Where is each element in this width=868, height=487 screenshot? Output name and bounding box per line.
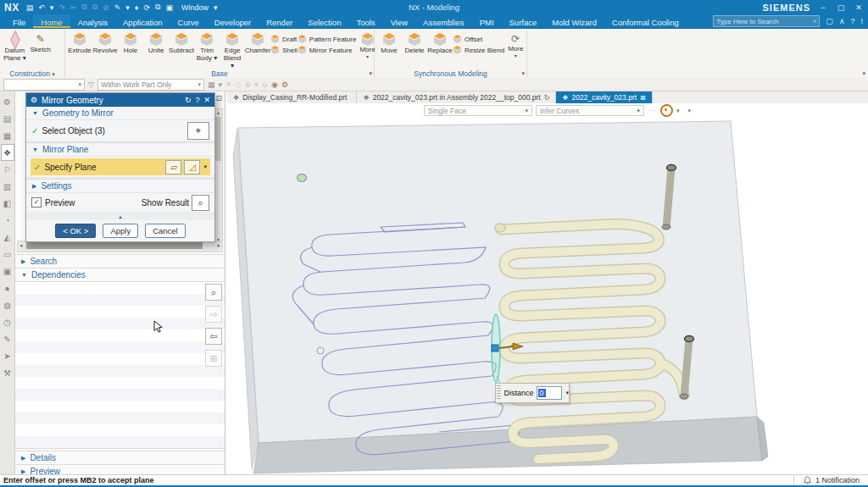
distance-caret-icon[interactable]: ▾ [565,390,569,396]
navigator-section-dependencies[interactable]: ▼ Dependencies [15,268,225,281]
apply-button[interactable]: Apply [103,224,138,238]
ribbon-feature-button[interactable]: Edge Blend ▾ [220,31,245,71]
plane-dialog-icon[interactable]: ▱ [165,160,181,174]
scroll-left-icon[interactable]: ◂ [19,242,23,249]
graphics-viewport[interactable]: Single Face ▾ Infer Curves ▾ ··· ▾ ▾ Dis… [227,103,868,476]
resource-bar-icon[interactable]: ▦ [1,127,14,144]
dependencies-tool-button[interactable]: ⌕ [205,284,222,301]
minimize-ribbon-icon[interactable]: ∧ [839,17,845,25]
ribbon-small-button[interactable]: Mirror Feature [298,46,357,54]
sync-more-button[interactable]: ⟳ More ▾ [504,31,526,60]
scroll-right-icon[interactable]: ▸ [217,242,220,249]
help-icon[interactable]: ? [850,17,854,25]
plane-drag-handle[interactable] [492,345,498,351]
ribbon-overflow-caret-icon[interactable]: ▾ [862,70,865,77]
curve-rule-combo[interactable]: Infer Curves ▾ [536,105,644,116]
ribbon-tab[interactable]: Home [33,14,70,28]
document-tab[interactable]: ❖ 2022_cavity_023.prt ⊠ [556,91,652,103]
resource-bar-icon[interactable]: ◭ [1,229,14,246]
ribbon-feature-button[interactable]: Chamfer [245,31,270,57]
face-rule-combo[interactable]: Single Face ▾ [424,105,532,116]
select-object-button[interactable]: ⌖ [187,122,209,140]
window-menu[interactable]: Window [181,3,209,12]
resource-bar-icon[interactable]: ▤ [1,110,14,127]
ribbon-tab[interactable]: Analysis [70,14,115,28]
command-search-input[interactable]: Type Here to Search ⌕ [713,15,820,27]
section-geometry-to-mirror[interactable]: ▼ Geometry to Mirror [26,107,214,120]
selection-tool-icon[interactable]: ⊕ [244,80,251,89]
target-caret-icon[interactable]: ▾ [676,108,680,114]
group-caret-icon[interactable]: ▾ [52,71,55,77]
toolbar-caret-icon[interactable]: ▾ [688,108,692,114]
qat-icon[interactable]: ✎ [114,3,121,12]
document-tab[interactable]: ❖ Display_Casing_RR-Modified.prt [227,91,357,103]
resource-bar-icon[interactable]: ✎ [1,330,14,347]
resource-bar-icon[interactable]: ⚒ [1,364,14,381]
qat-icon[interactable]: ♦ [135,3,139,12]
panel-pin-icon[interactable]: ⊡ [215,94,222,102]
selection-tool-icon[interactable]: ◉ [271,80,278,89]
dialog-title-bar[interactable]: ⚙ Mirror Geometry ↻ ? ✕ [26,93,214,107]
resource-bar-icon[interactable]: ▭ [1,246,14,263]
qat-icon[interactable]: ▣ [165,3,173,12]
resource-bar-icon[interactable]: ◧ [1,195,14,212]
ribbon-tab[interactable]: View [383,14,415,28]
ribbon-tab[interactable]: PMI [472,14,502,28]
navigator-section-search[interactable]: ▶ Search [15,254,225,268]
scroll-up-icon[interactable]: ▴ [214,109,222,116]
qat-icon[interactable]: ⟳ [143,3,150,12]
dialog-help-icon[interactable]: ? [195,96,199,104]
alert-icon[interactable]: ! [860,17,863,25]
selection-tool-icon[interactable]: ▦ [208,80,215,89]
specify-plane-row[interactable]: ✓ Specify Plane ▱ ◿ ▾ [31,158,210,175]
selection-tool-icon[interactable]: ✕ [225,80,232,89]
section-settings[interactable]: ▶ Settings [26,180,214,193]
qat-icon[interactable]: ⧉ [155,3,160,12]
ribbon-tab[interactable]: Assemblies [415,14,472,28]
resource-bar-icon[interactable]: ◷ [1,313,14,330]
ribbon-feature-button[interactable]: Delete [402,31,427,57]
navigator-horizontal-scrollbar[interactable]: ◂ ▸ [17,241,223,252]
section-mirror-plane[interactable]: ▼ Mirror Plane [26,143,214,157]
dependencies-list[interactable]: ⌕ ⇨ ⇦ ⊞ [15,281,225,449]
ribbon-feature-button[interactable]: Subtract [169,31,194,57]
ribbon-tab[interactable]: Conformal Cooling [604,14,687,28]
dependencies-tool-button[interactable]: ⇨ [205,306,222,323]
document-tab-badge-icon[interactable]: ⊠ [640,94,646,102]
show-result-button[interactable]: ⌕ [192,195,209,211]
ribbon-feature-button[interactable]: Move [376,31,402,57]
plane-options-caret-icon[interactable]: ▾ [203,163,207,170]
selection-tool-icon[interactable]: ▾ [254,80,259,89]
selection-tool-icon[interactable]: ⊖ [262,80,269,89]
ribbon-tab[interactable]: Developer [207,14,259,28]
scrollbar-thumb[interactable] [215,117,221,161]
qat-icon[interactable]: ▤ [26,3,34,12]
ribbon-small-button[interactable]: Resize Blend [453,46,504,54]
ribbon-tab[interactable]: Curve [170,14,207,28]
restore-button[interactable]: ▢ [836,3,846,12]
ribbon-feature-button[interactable]: Replace [427,31,453,57]
dependencies-tool-button[interactable]: ⊞ [205,350,222,367]
minimize-button[interactable]: − [818,3,828,12]
ribbon-tab[interactable]: Mold Wizard [544,14,604,28]
dialog-close-icon[interactable]: ✕ [203,96,210,104]
selection-scope-combo[interactable]: Within Work Part Only ▾ [97,79,204,91]
base-group-caret-icon[interactable]: ▾ [369,70,372,77]
resource-bar-icon[interactable]: ● [1,279,14,296]
ribbon-small-button[interactable]: Pattern Feature [298,35,357,43]
scrollbar-thumb[interactable] [26,242,203,249]
ribbon-tab[interactable]: Tools [348,14,382,28]
resource-bar-icon[interactable]: ▥ [1,178,14,195]
document-tab-badge-icon[interactable]: ↻ [544,94,550,102]
dialog-collapse-strip[interactable]: ▴ [26,212,214,220]
datum-plane-button[interactable]: Datum Plane ▾ [2,31,28,64]
resource-bar-icon[interactable]: ⚐ [1,161,14,178]
resource-bar-icon[interactable]: ▣ [1,263,14,279]
resource-bar-icon[interactable]: ➤ [1,347,14,364]
dialog-reset-icon[interactable]: ↻ [185,96,192,104]
close-button[interactable]: ✕ [854,3,864,12]
fullscreen-icon[interactable]: ▢ [826,17,833,25]
select-object-row[interactable]: ✓ Select Object (3) ⌖ [26,120,214,141]
ribbon-small-button[interactable]: Offset [453,35,504,43]
toolbar-overflow-icon[interactable]: ··· [648,107,657,114]
